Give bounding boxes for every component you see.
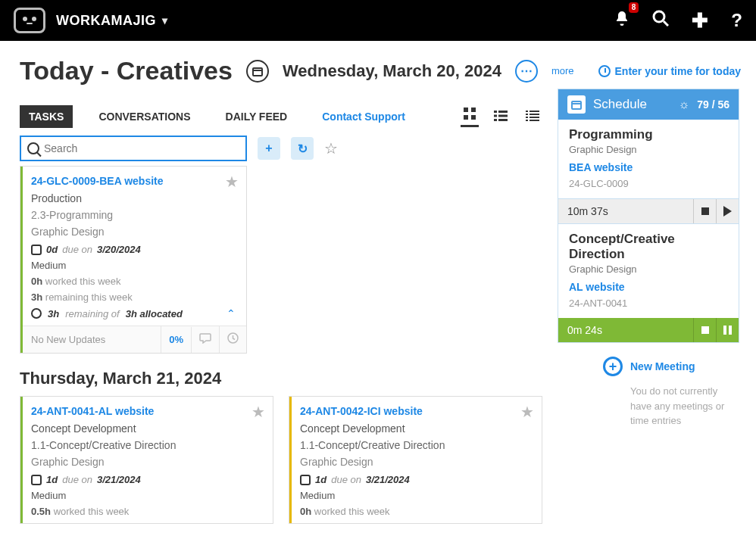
search-box[interactable]: [20, 136, 247, 161]
schedule-item-title: Concept/Creative Direction: [569, 232, 728, 262]
timer-value: 0m 24s: [558, 318, 693, 342]
task-phase: Production: [31, 192, 236, 204]
svg-rect-23: [526, 120, 528, 121]
add-icon[interactable]: ✚: [692, 11, 708, 30]
enter-time-link[interactable]: Enter your time for today: [598, 65, 741, 77]
brand-menu[interactable]: WORKAMAJIG ▾: [56, 13, 168, 29]
search-top-icon[interactable]: [652, 10, 669, 31]
timer-stop-button[interactable]: [693, 318, 716, 342]
svg-rect-9: [464, 115, 468, 120]
worked-label: worked this week: [314, 506, 390, 517]
schedule-item-sub: Graphic Design: [569, 263, 728, 275]
alloc-value: 3h: [48, 308, 59, 319]
schedule-calendar-icon[interactable]: [567, 95, 586, 114]
calendar-icon[interactable]: [246, 60, 269, 83]
project-link[interactable]: 24-ANT-0042-ICI website: [300, 405, 423, 417]
schedule-panel: Schedule ☼ 79 / 56 Programming Graphic D…: [558, 89, 739, 343]
svg-point-1: [32, 17, 36, 21]
tab-contact-support[interactable]: Contact Support: [313, 105, 414, 128]
due-date: 3/20/2024: [97, 244, 141, 255]
due-text: due on: [62, 474, 92, 485]
search-input[interactable]: [44, 142, 239, 154]
timer-stop-button[interactable]: [693, 199, 716, 223]
view-list-icon[interactable]: [491, 108, 511, 126]
page-header: Today - Creatives Wednesday, March 20, 2…: [20, 56, 741, 86]
task-dept: Graphic Design: [31, 226, 236, 238]
svg-rect-22: [530, 117, 539, 118]
clock-mini-icon: [31, 308, 42, 319]
due-text: due on: [331, 474, 361, 485]
task-priority: Medium: [300, 490, 531, 501]
calendar-mini-icon: [31, 245, 42, 255]
time-log-icon[interactable]: [219, 326, 246, 353]
schedule-item-link[interactable]: BEA website: [569, 161, 728, 173]
worked-label: worked this week: [54, 506, 130, 517]
app-logo[interactable]: [14, 8, 45, 33]
schedule-item-code: 24-GLC-0009: [569, 178, 728, 189]
tab-daily-feed[interactable]: DAILY FEED: [217, 105, 297, 128]
progress-pct[interactable]: 0%: [161, 326, 191, 353]
plus-circle-icon: +: [603, 357, 623, 376]
svg-rect-20: [530, 114, 539, 115]
star-icon[interactable]: ★: [225, 173, 239, 191]
search-icon: [27, 142, 39, 154]
schedule-item-link[interactable]: AL website: [569, 281, 728, 293]
task-card[interactable]: ★ 24-ANT-0041-AL website Concept Develop…: [20, 396, 273, 524]
schedule-item[interactable]: Programming Graphic Design BEA website 2…: [558, 120, 739, 198]
schedule-item-title: Programming: [569, 127, 728, 142]
svg-rect-19: [526, 114, 528, 115]
new-meeting-label: New Meeting: [630, 360, 695, 372]
day-header: Thursday, March 21, 2024: [20, 369, 542, 388]
task-card[interactable]: ★ 24-GLC-0009-BEA website Production 2.3…: [20, 166, 247, 354]
notifications-icon[interactable]: 8: [614, 10, 629, 31]
svg-rect-14: [498, 114, 508, 117]
due-days: 1d: [46, 474, 58, 485]
schedule-item-sub: Graphic Design: [569, 144, 728, 155]
search-row: + ↻ ☆: [20, 136, 542, 161]
due-text: due on: [62, 244, 92, 255]
timer-pause-button[interactable]: [716, 318, 739, 342]
more-button[interactable]: ⋯: [515, 60, 538, 83]
help-icon[interactable]: ?: [731, 10, 742, 31]
view-grid-icon[interactable]: [461, 106, 479, 127]
project-link[interactable]: 24-ANT-0041-AL website: [31, 405, 154, 417]
task-phase: Concept Development: [300, 422, 531, 435]
svg-rect-17: [526, 111, 528, 112]
due-days: 1d: [315, 474, 326, 485]
tab-bar: TASKS CONVERSATIONS DAILY FEED Contact S…: [20, 105, 542, 128]
no-updates-label: No New Updates: [20, 326, 161, 353]
svg-rect-2: [27, 23, 33, 24]
tab-tasks[interactable]: TASKS: [20, 105, 73, 128]
task-dept: Graphic Design: [31, 456, 262, 468]
svg-rect-12: [498, 111, 508, 113]
top-bar: WORKAMAJIG ▾ 8 ✚ ?: [0, 0, 756, 41]
svg-rect-11: [494, 111, 497, 113]
schedule-title: Schedule: [593, 97, 647, 112]
timer-play-button[interactable]: [716, 199, 739, 223]
alloc-mid: remaining of: [65, 308, 120, 319]
chat-icon[interactable]: [191, 327, 219, 353]
project-link[interactable]: 24-GLC-0009-BEA website: [31, 175, 164, 187]
star-icon[interactable]: ★: [251, 403, 265, 421]
task-name: 2.3-Programming: [31, 209, 236, 221]
svg-rect-26: [572, 101, 581, 109]
svg-line-4: [664, 21, 668, 26]
add-task-button[interactable]: +: [258, 137, 280, 160]
schedule-item-code: 24-ANT-0041: [569, 298, 728, 309]
task-card[interactable]: ★ 24-ANT-0042-ICI website Concept Develo…: [289, 396, 542, 524]
worked-value: 0.5h: [31, 506, 51, 517]
svg-rect-10: [471, 115, 476, 120]
schedule-item[interactable]: Concept/Creative Direction Graphic Desig…: [558, 223, 739, 318]
alloc-total: 3h allocated: [126, 308, 183, 319]
svg-rect-15: [494, 119, 497, 121]
tab-conversations[interactable]: CONVERSATIONS: [89, 105, 199, 128]
clock-icon: [598, 65, 611, 77]
favorite-filter-icon[interactable]: ☆: [324, 139, 338, 157]
star-icon[interactable]: ★: [520, 403, 534, 421]
new-meeting-button[interactable]: + New Meeting: [603, 357, 739, 376]
svg-point-3: [654, 11, 664, 22]
worked-value: 0h: [300, 506, 311, 517]
refresh-button[interactable]: ↻: [291, 137, 314, 160]
collapse-icon[interactable]: ⌃: [226, 307, 236, 319]
view-compact-icon[interactable]: [523, 108, 542, 126]
